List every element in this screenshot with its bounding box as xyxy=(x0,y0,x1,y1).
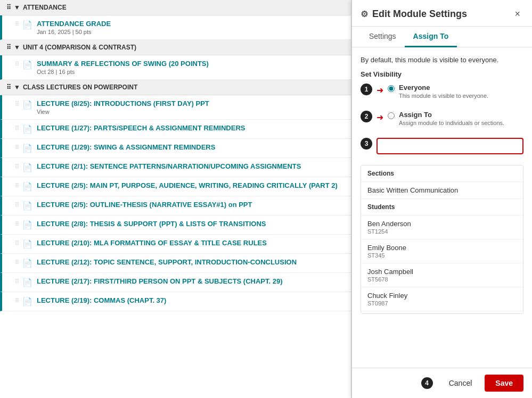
tab-assign-to[interactable]: Assign To xyxy=(405,27,457,47)
item-attendance-grade[interactable]: ⠿ 📄 ATTENDANCE GRADE Jan 16, 2025 | 50 p… xyxy=(0,15,351,40)
doc-icon-lec5: 📄 xyxy=(22,201,32,211)
item-title-0: ATTENDANCE GRADE xyxy=(37,20,345,28)
drag-handle-unit4[interactable]: ⠿ xyxy=(6,44,11,51)
item-title-lec0: LECTURE (8/25): INTRODUCTIONS (FIRST DAY… xyxy=(37,100,345,107)
item-title-lec7: LECTURE (2/10): MLA FORMATTING OF ESSAY … xyxy=(37,239,345,247)
item-lecture-0[interactable]: ⠿ 📄 LECTURE (8/25): INTRODUCTIONS (FIRST… xyxy=(0,95,351,120)
modal-close-button[interactable]: × xyxy=(511,7,523,21)
doc-icon-lec10: 📄 xyxy=(22,296,32,306)
annotation-bubble-4: 4 xyxy=(421,377,433,389)
doc-icon-lec7: 📄 xyxy=(22,239,32,249)
student-1-id: ST345 xyxy=(367,252,517,259)
save-button[interactable]: Save xyxy=(485,375,523,392)
item-drag-lec5[interactable]: ⠿ xyxy=(15,201,19,209)
item-drag-lec2[interactable]: ⠿ xyxy=(15,143,19,151)
student-3-name: Chuck Finley xyxy=(367,292,517,300)
everyone-option-row: 1 ➜ Everyone This module is visible to e… xyxy=(361,84,523,105)
doc-icon-lec1: 📄 xyxy=(22,124,32,134)
doc-icon-swing: 📄 xyxy=(22,60,32,70)
radio-everyone-label: Everyone This module is visible to every… xyxy=(399,84,488,99)
item-content-lec0: LECTURE (8/25): INTRODUCTIONS (FIRST DAY… xyxy=(37,100,345,115)
radio-assign-sub: Assign module to individuals or sections… xyxy=(399,120,504,126)
item-title-swing: SUMMARY & REFLECTIONS OF SWING (20 POINT… xyxy=(37,60,345,68)
item-drag-lec1[interactable]: ⠿ xyxy=(15,124,19,132)
drag-handle-lectures[interactable]: ⠿ xyxy=(6,84,11,91)
item-drag-lec6[interactable]: ⠿ xyxy=(15,220,19,228)
annotation-bubble-2: 2 xyxy=(361,111,372,122)
doc-icon-lec9: 📄 xyxy=(22,277,32,287)
radio-assign-title: Assign To xyxy=(399,111,504,119)
radio-assign-input[interactable] xyxy=(388,112,395,119)
item-drag-lec10[interactable]: ⠿ xyxy=(15,296,19,304)
radio-everyone-title: Everyone xyxy=(399,84,488,92)
students-header: Students xyxy=(361,199,523,215)
assign-search-input[interactable] xyxy=(377,138,523,154)
item-sub-0: Jan 16, 2025 | 50 pts xyxy=(37,29,345,35)
tab-settings[interactable]: Settings xyxy=(361,27,405,47)
student-0-name: Ben Anderson xyxy=(367,220,517,228)
item-title-lec5: LECTURE (2/5): OUTLINE-THESIS (NARRATIVE… xyxy=(37,201,345,209)
item-lecture-4[interactable]: ⠿ 📄 LECTURE (2/5): MAIN PT, PURPOSE, AUD… xyxy=(0,177,351,196)
item-title-lec8: LECTURE (2/12): TOPIC SENTENCE, SUPPORT,… xyxy=(37,258,345,266)
modal-title-text: Edit Module Settings xyxy=(372,9,467,20)
set-visibility-label: Set Visibility xyxy=(361,70,523,78)
item-lecture-3[interactable]: ⠿ 📄 LECTURE (2/1): SENTENCE PATTERNS/NAR… xyxy=(0,158,351,177)
item-lecture-9[interactable]: ⠿ 📄 LECTURE (2/17): FIRST/THIRD PERSON O… xyxy=(0,273,351,292)
triangle-lectures[interactable]: ▼ xyxy=(14,84,20,91)
item-lecture-2[interactable]: ⠿ 📄 LECTURE (1/29): SWING & ASSIGNMENT R… xyxy=(0,139,351,158)
item-content-0: ATTENDANCE GRADE Jan 16, 2025 | 50 pts xyxy=(37,20,345,35)
settings-icon: ⚙ xyxy=(361,9,368,19)
item-title-lec10: LECTURE (2/19): COMMAS (CHAPT. 37) xyxy=(37,296,345,304)
sections-header: Sections xyxy=(361,165,523,182)
item-drag-lec3[interactable]: ⠿ xyxy=(15,162,19,170)
item-drag-swing[interactable]: ⠿ xyxy=(15,60,19,68)
item-swing[interactable]: ⠿ 📄 SUMMARY & REFLECTIONS OF SWING (20 P… xyxy=(0,55,351,80)
item-lecture-8[interactable]: ⠿ 📄 LECTURE (2/12): TOPIC SENTENCE, SUPP… xyxy=(0,254,351,273)
item-content-lec6: LECTURE (2/8): THESIS & SUPPORT (PPT) & … xyxy=(37,220,345,228)
annotation-bubble-1: 1 xyxy=(361,84,372,95)
student-1-name: Emily Boone xyxy=(367,244,517,252)
edit-module-settings-modal: ⚙ Edit Module Settings × Settings Assign… xyxy=(351,0,532,398)
item-lecture-7[interactable]: ⠿ 📄 LECTURE (2/10): MLA FORMATTING OF ES… xyxy=(0,235,351,254)
item-drag-lec0[interactable]: ⠿ xyxy=(15,100,19,107)
modal-header: ⚙ Edit Module Settings × xyxy=(352,0,532,27)
item-lecture-1[interactable]: ⠿ 📄 LECTURE (1/27): PARTS/SPEECH & ASSIG… xyxy=(0,120,351,139)
doc-icon-lec2: 📄 xyxy=(22,143,32,153)
student-item-2[interactable]: Josh Campbell ST5678 xyxy=(361,263,523,287)
assign-dropdown-list: Sections Basic Written Communication Stu… xyxy=(361,165,523,314)
student-item-0[interactable]: Ben Anderson ST1254 xyxy=(361,215,523,239)
item-title-lec6: LECTURE (2/8): THESIS & SUPPORT (PPT) & … xyxy=(37,220,345,228)
item-drag-lec4[interactable]: ⠿ xyxy=(15,181,19,189)
drag-handle-attendance[interactable]: ⠿ xyxy=(6,4,11,11)
item-title-lec3: LECTURE (2/1): SENTENCE PATTERNS/NARRATI… xyxy=(37,162,345,170)
student-item-4[interactable]: Fiona Glennann ST4789 xyxy=(361,311,523,314)
item-content-lec3: LECTURE (2/1): SENTENCE PATTERNS/NARRATI… xyxy=(37,162,345,170)
section-item-0-name: Basic Written Communication xyxy=(367,186,517,194)
section-unit4-label: UNIT 4 (COMPARISON & CONTRAST) xyxy=(23,44,136,51)
annotation-arrow-1: ➜ xyxy=(377,85,383,95)
item-sub-swing: Oct 28 | 16 pts xyxy=(37,69,345,75)
student-item-3[interactable]: Chuck Finley ST0987 xyxy=(361,287,523,311)
doc-icon-lec8: 📄 xyxy=(22,258,32,268)
section-attendance: ⠿ ▼ ATTENDANCE xyxy=(0,0,351,15)
item-drag-lec9[interactable]: ⠿ xyxy=(15,277,19,285)
default-visibility-text: By default, this module is visible to ev… xyxy=(361,56,523,64)
item-content-lec10: LECTURE (2/19): COMMAS (CHAPT. 37) xyxy=(37,296,345,304)
item-content-lec8: LECTURE (2/12): TOPIC SENTENCE, SUPPORT,… xyxy=(37,258,345,266)
item-lecture-10[interactable]: ⠿ 📄 LECTURE (2/19): COMMAS (CHAPT. 37) xyxy=(0,292,351,311)
student-0-id: ST1254 xyxy=(367,228,517,235)
triangle-unit4[interactable]: ▼ xyxy=(14,44,20,51)
item-lecture-6[interactable]: ⠿ 📄 LECTURE (2/8): THESIS & SUPPORT (PPT… xyxy=(0,215,351,235)
radio-everyone-input[interactable] xyxy=(388,85,395,92)
student-3-id: ST0987 xyxy=(367,300,517,306)
triangle-attendance[interactable]: ▼ xyxy=(14,4,20,11)
item-drag-lec7[interactable]: ⠿ xyxy=(15,239,19,247)
assign-to-option-row: 2 ➜ Assign To Assign module to individua… xyxy=(361,111,523,132)
section-item-0[interactable]: Basic Written Communication xyxy=(361,182,523,199)
item-drag-0[interactable]: ⠿ xyxy=(15,20,19,28)
cancel-button[interactable]: Cancel xyxy=(441,376,480,391)
item-drag-lec8[interactable]: ⠿ xyxy=(15,258,19,266)
item-lecture-5[interactable]: ⠿ 📄 LECTURE (2/5): OUTLINE-THESIS (NARRA… xyxy=(0,196,351,215)
item-content-lec2: LECTURE (1/29): SWING & ASSIGNMENT REMIN… xyxy=(37,143,345,151)
student-item-1[interactable]: Emily Boone ST345 xyxy=(361,239,523,263)
